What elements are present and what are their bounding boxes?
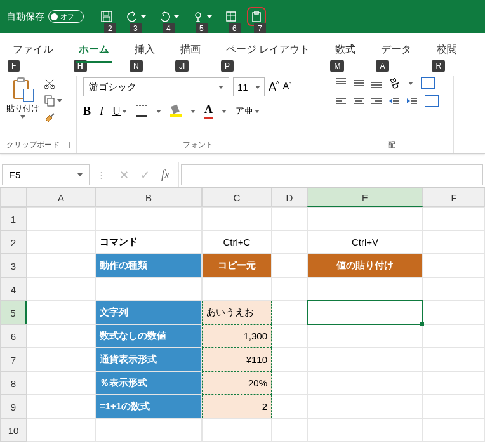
cell-c2[interactable]: Ctrl+C <box>202 230 272 254</box>
font-color-button[interactable]: A <box>204 103 213 119</box>
font-name-select[interactable]: 游ゴシック <box>83 77 229 96</box>
cell-b3[interactable]: 動作の種類 <box>95 254 202 277</box>
cell-c4[interactable] <box>202 277 272 301</box>
cell-d4[interactable] <box>272 277 307 301</box>
cell-f9[interactable] <box>423 395 485 418</box>
font-size-select[interactable]: 11 <box>233 77 265 96</box>
cell-a7[interactable] <box>27 348 95 371</box>
paste-button[interactable]: 貼り付け <box>6 77 39 119</box>
cell-a4[interactable] <box>27 277 95 301</box>
cell-b4[interactable] <box>95 277 202 301</box>
align-right-button[interactable] <box>371 98 382 104</box>
increase-indent-button[interactable] <box>407 98 417 104</box>
cell-d6[interactable] <box>272 324 307 348</box>
cell-c5[interactable]: あいうえお <box>202 301 272 324</box>
align-bottom-button[interactable] <box>371 78 382 88</box>
cell-d7[interactable] <box>272 348 307 371</box>
cell-e10[interactable] <box>307 418 423 442</box>
cell-d5[interactable] <box>272 301 307 324</box>
copy-button[interactable] <box>43 94 62 107</box>
merge-button[interactable] <box>425 95 439 107</box>
row-header-10[interactable]: 10 <box>0 418 27 442</box>
col-header-c[interactable]: C <box>202 188 272 207</box>
cell-b6[interactable]: 数式なしの数値 <box>95 324 202 348</box>
dialog-launcher-icon[interactable] <box>217 142 223 148</box>
italic-button[interactable]: I <box>100 105 103 118</box>
cell-f7[interactable] <box>423 348 485 371</box>
cell-e3[interactable]: 値の貼り付け <box>307 254 423 277</box>
cell-e9[interactable] <box>307 395 423 418</box>
row-header-2[interactable]: 2 <box>0 230 27 254</box>
tab-file[interactable]: ファイル F <box>0 38 66 63</box>
cell-f1[interactable] <box>423 207 485 230</box>
cell-f10[interactable] <box>423 418 485 442</box>
col-header-e[interactable]: E <box>307 188 423 207</box>
cancel-formula-button[interactable]: ✕ <box>119 168 129 182</box>
cell-a9[interactable] <box>27 395 95 418</box>
tab-review[interactable]: 校閲 R <box>424 38 470 63</box>
cell-a10[interactable] <box>27 418 95 442</box>
tab-formulas[interactable]: 数式 M <box>322 38 368 63</box>
cell-d8[interactable] <box>272 371 307 395</box>
row-header-7[interactable]: 7 <box>0 348 27 371</box>
cell-e6[interactable] <box>307 324 423 348</box>
wrap-text-button[interactable] <box>421 77 435 89</box>
cell-f2[interactable] <box>423 230 485 254</box>
cell-d2[interactable] <box>272 230 307 254</box>
autosave-toggle[interactable]: オフ <box>48 10 84 23</box>
cell-f8[interactable] <box>423 371 485 395</box>
row-header-4[interactable]: 4 <box>0 277 27 301</box>
name-box[interactable]: E5 <box>2 164 90 185</box>
fill-color-button[interactable] <box>170 105 182 117</box>
cell-c7[interactable]: ¥110 <box>202 348 272 371</box>
qat-paste-values-button[interactable]: 7 <box>250 10 263 23</box>
shrink-font-button[interactable]: A^ <box>283 81 291 94</box>
align-left-button[interactable] <box>336 98 346 104</box>
cell-c9[interactable]: 2 <box>202 395 272 418</box>
cell-c8[interactable]: 20% <box>202 371 272 395</box>
tab-page-layout[interactable]: ページ レイアウト P <box>213 38 322 63</box>
align-center-button[interactable] <box>354 98 364 104</box>
cell-f3[interactable] <box>423 254 485 277</box>
cell-e4[interactable] <box>307 277 423 301</box>
insert-function-button[interactable]: fx <box>161 168 169 181</box>
cell-b5[interactable]: 文字列 <box>95 301 202 324</box>
row-header-3[interactable]: 3 <box>0 254 27 277</box>
cell-e2[interactable]: Ctrl+V <box>307 230 423 254</box>
align-top-button[interactable] <box>336 78 346 88</box>
cell-b2[interactable]: コマンド <box>95 230 202 254</box>
cell-a5[interactable] <box>27 301 95 324</box>
tab-insert[interactable]: 挿入 N <box>122 38 168 63</box>
align-middle-button[interactable] <box>354 78 364 88</box>
qat-touch-button[interactable]: 5 <box>192 10 212 23</box>
cell-b1[interactable] <box>95 207 202 230</box>
cell-d3[interactable] <box>272 254 307 277</box>
cell-d1[interactable] <box>272 207 307 230</box>
confirm-formula-button[interactable]: ✓ <box>140 168 150 182</box>
cell-f6[interactable] <box>423 324 485 348</box>
row-header-5[interactable]: 5 <box>0 301 27 324</box>
qat-save-button[interactable]: 2 <box>100 10 113 23</box>
select-all-corner[interactable] <box>0 188 27 207</box>
cell-f5[interactable] <box>423 301 485 324</box>
cell-e1[interactable] <box>307 207 423 230</box>
cell-d10[interactable] <box>272 418 307 442</box>
cell-a8[interactable] <box>27 371 95 395</box>
cell-a1[interactable] <box>27 207 95 230</box>
row-header-6[interactable]: 6 <box>0 324 27 348</box>
row-header-8[interactable]: 8 <box>0 371 27 395</box>
cell-b9[interactable]: =1+1の数式 <box>95 395 202 418</box>
col-header-a[interactable]: A <box>27 188 95 207</box>
dialog-launcher-icon[interactable] <box>63 142 70 148</box>
row-header-1[interactable]: 1 <box>0 207 27 230</box>
border-button[interactable] <box>136 105 147 117</box>
format-painter-button[interactable] <box>43 110 62 123</box>
cell-b7[interactable]: 通貨表示形式 <box>95 348 202 371</box>
qat-undo-button[interactable]: 3 <box>126 10 146 23</box>
tab-home[interactable]: ホーム H <box>66 38 122 63</box>
cell-e7[interactable] <box>307 348 423 371</box>
tab-draw[interactable]: 描画 JI <box>168 38 213 63</box>
col-header-b[interactable]: B <box>95 188 202 207</box>
cell-b8[interactable]: ％表示形式 <box>95 371 202 395</box>
cell-e8[interactable] <box>307 371 423 395</box>
